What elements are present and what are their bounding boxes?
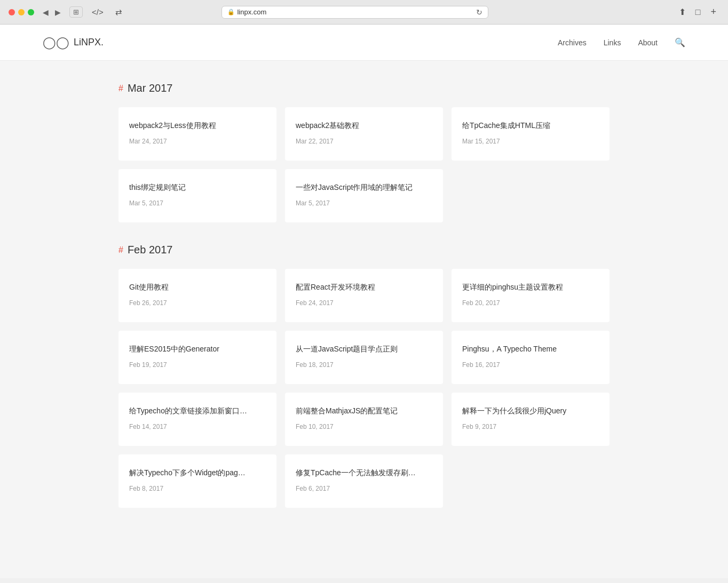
post-title: 解释一下为什么我很少用jQuery	[462, 405, 599, 417]
post-card[interactable]: 给TpCache集成HTML压缩Mar 15, 2017	[452, 107, 610, 161]
reload-button[interactable]: ↻	[476, 8, 482, 17]
minimize-button[interactable]	[18, 9, 25, 15]
address-input[interactable]	[237, 8, 476, 16]
post-date: Feb 24, 2017	[296, 299, 432, 307]
post-card[interactable]: Git使用教程Feb 26, 2017	[118, 269, 276, 322]
page-wrapper: ◯◯ LiNPX. Archives Links About 🔍 #Mar 20…	[0, 25, 728, 578]
post-card[interactable]: 从一道JavaScript题目学点正则Feb 18, 2017	[285, 331, 443, 384]
forward-button[interactable]: ▶	[53, 7, 63, 18]
add-tab-button[interactable]: +	[707, 5, 719, 19]
post-card[interactable]: webpack2与Less使用教程Mar 24, 2017	[118, 107, 276, 161]
maximize-button[interactable]	[28, 9, 34, 15]
post-card[interactable]: 更详细的pinghsu主题设置教程Feb 20, 2017	[452, 269, 610, 322]
post-date: Feb 16, 2017	[462, 361, 599, 369]
post-date: Feb 10, 2017	[296, 423, 432, 430]
post-grid: 解决Typecho下多个Widget的pag…Feb 8, 2017修复TpCa…	[118, 454, 610, 508]
post-date: Mar 5, 2017	[129, 199, 266, 207]
month-heading: #Feb 2017	[118, 244, 610, 256]
post-date: Feb 26, 2017	[129, 299, 266, 307]
post-title: 给Typecho的文章链接添加新窗口…	[129, 405, 266, 417]
post-card	[452, 454, 610, 508]
post-grid: 给Typecho的文章链接添加新窗口…Feb 14, 2017前端整合Mathj…	[118, 393, 610, 446]
post-title: Git使用教程	[129, 282, 266, 293]
search-icon[interactable]: 🔍	[675, 37, 685, 47]
post-date: Feb 9, 2017	[462, 423, 599, 430]
month-title: Feb 2017	[128, 244, 173, 256]
post-card[interactable]: 解决Typecho下多个Widget的pag…Feb 8, 2017	[118, 454, 276, 508]
post-grid: Git使用教程Feb 26, 2017配置React开发环境教程Feb 24, …	[118, 269, 610, 322]
post-date: Feb 20, 2017	[462, 299, 599, 307]
fullscreen-button[interactable]: □	[693, 5, 703, 19]
month-section-feb-2017: #Feb 2017Git使用教程Feb 26, 2017配置React开发环境教…	[118, 244, 610, 508]
browser-chrome: ◀ ▶ ⊞ </> ⇄ 🔒 ↻ ⬆ □ +	[0, 0, 728, 25]
post-title: webpack2与Less使用教程	[129, 120, 266, 131]
post-card[interactable]: 给Typecho的文章链接添加新窗口…Feb 14, 2017	[118, 393, 276, 446]
site-nav: Archives Links About 🔍	[558, 37, 685, 47]
nav-links[interactable]: Links	[604, 38, 621, 47]
sections-container: #Mar 2017webpack2与Less使用教程Mar 24, 2017we…	[118, 82, 610, 508]
month-hash-icon: #	[118, 245, 123, 255]
post-card[interactable]: 前端整合MathjaxJS的配置笔记Feb 10, 2017	[285, 393, 443, 446]
post-card[interactable]: 配置React开发环境教程Feb 24, 2017	[285, 269, 443, 322]
post-title: 前端整合MathjaxJS的配置笔记	[296, 405, 432, 417]
reader-view-button[interactable]: ⊞	[69, 6, 83, 18]
post-card[interactable]: webpack2基础教程Mar 22, 2017	[285, 107, 443, 161]
post-card[interactable]: this绑定规则笔记Mar 5, 2017	[118, 169, 276, 222]
translate-button[interactable]: ⇄	[113, 6, 125, 18]
post-date: Feb 19, 2017	[129, 361, 266, 369]
post-title: 给TpCache集成HTML压缩	[462, 120, 599, 131]
post-title: 解决Typecho下多个Widget的pag…	[129, 467, 266, 478]
month-section-mar-2017: #Mar 2017webpack2与Less使用教程Mar 24, 2017we…	[118, 82, 610, 222]
post-date: Mar 5, 2017	[296, 199, 432, 207]
post-title: this绑定规则笔记	[129, 182, 266, 193]
main-content: #Mar 2017webpack2与Less使用教程Mar 24, 2017we…	[108, 61, 620, 550]
month-hash-icon: #	[118, 84, 123, 93]
post-title: 修复TpCache一个无法触发缓存刷…	[296, 467, 432, 478]
post-title: 一些对JavaScript作用域的理解笔记	[296, 182, 432, 193]
post-title: Pinghsu，A Typecho Theme	[462, 344, 599, 355]
post-grid: webpack2与Less使用教程Mar 24, 2017webpack2基础教…	[118, 107, 610, 161]
post-grid: 理解ES2015中的GeneratorFeb 19, 2017从一道JavaSc…	[118, 331, 610, 384]
post-date: Mar 22, 2017	[296, 138, 432, 145]
post-title: webpack2基础教程	[296, 120, 432, 131]
post-card[interactable]: 一些对JavaScript作用域的理解笔记Mar 5, 2017	[285, 169, 443, 222]
logo-text: LiNPX.	[74, 37, 104, 48]
lock-icon: 🔒	[227, 9, 235, 15]
post-card[interactable]: 修复TpCache一个无法触发缓存刷…Feb 6, 2017	[285, 454, 443, 508]
traffic-lights	[9, 9, 34, 15]
post-card	[452, 169, 610, 222]
post-card[interactable]: 解释一下为什么我很少用jQueryFeb 9, 2017	[452, 393, 610, 446]
site-header: ◯◯ LiNPX. Archives Links About 🔍	[0, 25, 728, 61]
month-heading: #Mar 2017	[118, 82, 610, 94]
post-grid: this绑定规则笔记Mar 5, 2017一些对JavaScript作用域的理解…	[118, 169, 610, 222]
post-date: Feb 6, 2017	[296, 485, 432, 492]
back-button[interactable]: ◀	[41, 7, 51, 18]
site-logo[interactable]: ◯◯ LiNPX.	[43, 36, 104, 50]
post-card[interactable]: 理解ES2015中的GeneratorFeb 19, 2017	[118, 331, 276, 384]
address-bar-container: 🔒 ↻	[221, 6, 488, 19]
close-button[interactable]	[9, 9, 15, 15]
post-title: 配置React开发环境教程	[296, 282, 432, 293]
post-card[interactable]: Pinghsu，A Typecho ThemeFeb 16, 2017	[452, 331, 610, 384]
share-button[interactable]: ⬆	[676, 5, 689, 19]
logo-glasses-icon: ◯◯	[43, 36, 69, 50]
post-title: 更详细的pinghsu主题设置教程	[462, 282, 599, 293]
nav-about[interactable]: About	[638, 38, 658, 47]
post-title: 理解ES2015中的Generator	[129, 344, 266, 355]
post-date: Feb 18, 2017	[296, 361, 432, 369]
post-date: Mar 15, 2017	[462, 138, 599, 145]
devtools-button[interactable]: </>	[89, 6, 106, 18]
browser-actions: ⬆ □ +	[676, 5, 719, 19]
post-title: 从一道JavaScript题目学点正则	[296, 344, 432, 355]
month-title: Mar 2017	[128, 82, 173, 94]
post-date: Mar 24, 2017	[129, 138, 266, 145]
browser-nav: ◀ ▶	[41, 7, 63, 18]
nav-archives[interactable]: Archives	[558, 38, 587, 47]
post-date: Feb 14, 2017	[129, 423, 266, 430]
post-date: Feb 8, 2017	[129, 485, 266, 492]
